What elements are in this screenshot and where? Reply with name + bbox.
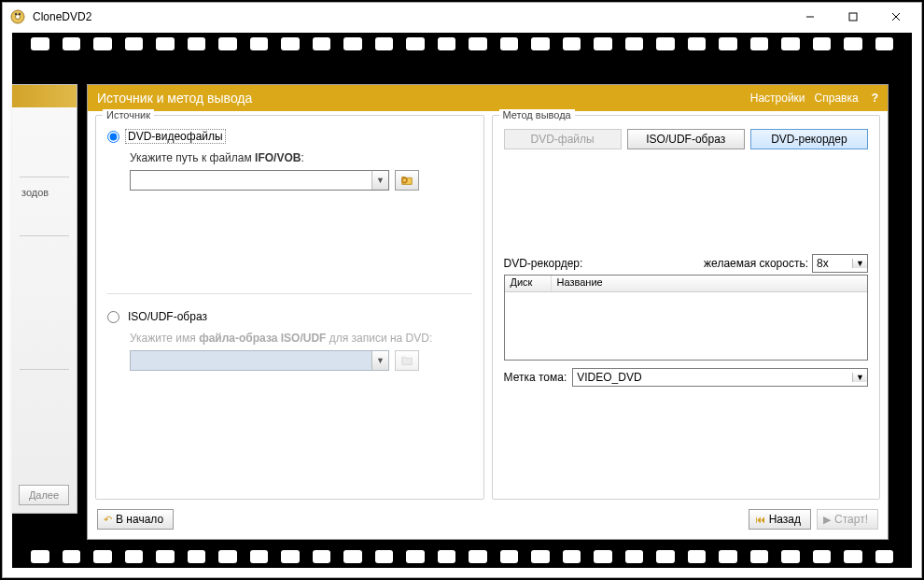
- start-button: ▶ Старт!: [817, 509, 878, 530]
- hint-iso: Укажите имя файла-образа ISO/UDF для зап…: [130, 332, 472, 345]
- skip-back-icon: ⏮: [755, 514, 765, 525]
- tab-dvd-files: DVD-файлы: [504, 129, 622, 149]
- iso-path-combo: ▼: [130, 350, 389, 371]
- browse-iso-button: [395, 350, 419, 371]
- close-button[interactable]: [875, 3, 917, 31]
- radio-dvd-files[interactable]: [107, 131, 119, 143]
- begin-button[interactable]: ↶ В начало: [97, 509, 174, 530]
- dropdown-arrow-icon[interactable]: ▼: [852, 373, 867, 382]
- next-button-behind: Далее: [19, 485, 69, 505]
- play-icon: ▶: [823, 514, 831, 526]
- wizard-header: Источник и метод вывода Настройки Справк…: [88, 85, 888, 111]
- source-legend: Источник: [103, 109, 154, 120]
- volume-combo[interactable]: VIDEO_DVD ▼: [572, 368, 868, 387]
- dropdown-arrow-icon: ▼: [371, 351, 388, 370]
- tab-iso[interactable]: ISO/UDF-образ: [627, 129, 745, 149]
- dropdown-arrow-icon[interactable]: ▼: [852, 259, 867, 268]
- radio-iso-label[interactable]: ISO/UDF-образ: [125, 309, 210, 324]
- help-link[interactable]: Справка: [815, 92, 859, 105]
- iso-path-input: [131, 351, 371, 370]
- help-question-icon[interactable]: ?: [872, 92, 878, 105]
- wizard-card-behind: зодов Далее: [12, 84, 77, 514]
- svg-rect-5: [849, 13, 857, 21]
- settings-link[interactable]: Настройки: [750, 92, 805, 105]
- tab-dvd-recorder[interactable]: DVD-рекордер: [750, 129, 868, 149]
- radio-iso[interactable]: [107, 311, 119, 323]
- dropdown-arrow-icon[interactable]: ▼: [371, 171, 388, 190]
- svg-point-3: [19, 13, 21, 15]
- col-name[interactable]: Название: [552, 276, 868, 291]
- recorder-label: DVD-рекордер:: [504, 257, 583, 270]
- recorder-table[interactable]: Диск Название: [504, 275, 869, 361]
- output-legend: Метод вывода: [499, 109, 575, 120]
- wizard-card-main: Источник и метод вывода Настройки Справк…: [87, 84, 889, 540]
- speed-combo[interactable]: 8x ▼: [812, 254, 868, 273]
- radio-dvd-files-label[interactable]: DVD-видеофайлы: [125, 129, 226, 144]
- maximize-button[interactable]: [832, 3, 875, 31]
- dvd-files-path-input[interactable]: [131, 171, 371, 190]
- back-card-text: зодов: [12, 183, 77, 202]
- back-button[interactable]: ⏮ Назад: [749, 509, 811, 530]
- output-panel: Метод вывода DVD-файлы ISO/UDF-образ DVD…: [492, 115, 881, 500]
- col-disc[interactable]: Диск: [505, 276, 552, 291]
- volume-value: VIDEO_DVD: [573, 371, 852, 384]
- app-icon: [10, 9, 25, 24]
- undo-arrow-icon: ↶: [104, 514, 112, 526]
- svg-point-1: [16, 15, 21, 20]
- film-frame: зодов Далее Источник и метод вывода Наст…: [12, 33, 912, 568]
- titlebar: CloneDVD2: [3, 3, 921, 31]
- speed-label: желаемая скорость:: [704, 257, 808, 270]
- volume-label: Метка тома:: [504, 371, 567, 384]
- wizard-title: Источник и метод вывода: [97, 91, 252, 106]
- source-panel: Источник DVD-видеофайлы Укажите путь к ф…: [95, 115, 484, 500]
- svg-point-2: [15, 13, 17, 15]
- window-title: CloneDVD2: [33, 10, 789, 23]
- speed-value: 8x: [813, 257, 852, 270]
- minimize-button[interactable]: [789, 3, 832, 31]
- browse-dvd-files-button[interactable]: [395, 170, 419, 191]
- dvd-files-path-combo[interactable]: ▼: [130, 170, 389, 191]
- hint-dvd-files: Укажите путь к файлам IFO/VOB:: [130, 151, 472, 164]
